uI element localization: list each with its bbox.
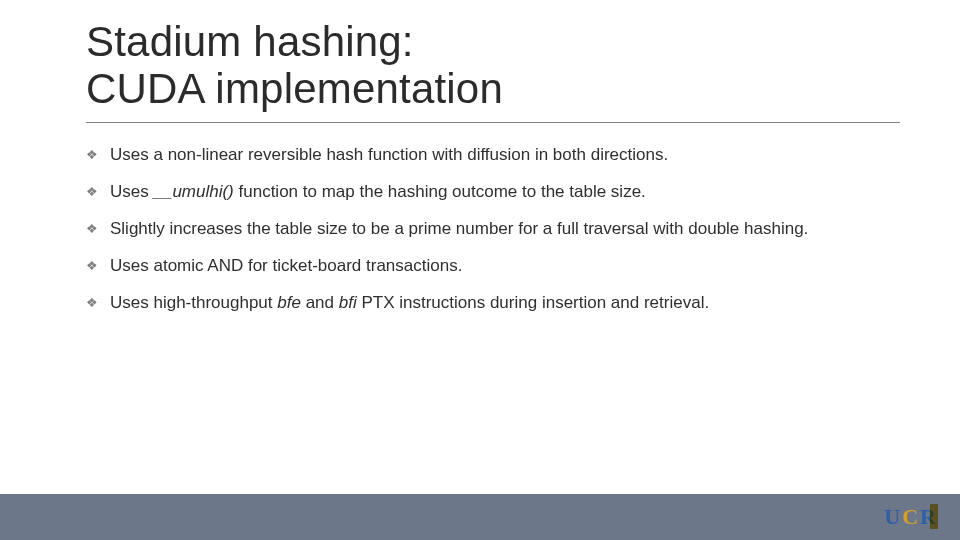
footer-bar: UCR [0, 494, 960, 540]
bullet-text: Uses atomic AND for ticket-board transac… [110, 255, 920, 278]
diamond-bullet-icon: ❖ [86, 257, 104, 275]
text-run: and [301, 293, 339, 312]
bullet-text: Uses __umulhi() function to map the hash… [110, 181, 920, 204]
bullet-text: Slightly increases the table size to be … [110, 218, 920, 241]
title-line-1: Stadium hashing: [86, 18, 414, 65]
ucr-logo: UCR [884, 504, 938, 530]
title-line-2: CUDA implementation [86, 65, 503, 112]
title-underline [86, 122, 900, 123]
text-run-italic: bfi [339, 293, 357, 312]
logo-letter-r: R [920, 504, 938, 529]
bullet-item: ❖ Uses __umulhi() function to map the ha… [86, 181, 920, 204]
bullet-text: Uses a non-linear reversible hash functi… [110, 144, 920, 167]
text-run-italic: __umulhi() [153, 182, 233, 201]
text-run: function to map the hashing outcome to t… [234, 182, 646, 201]
text-run: Slightly increases the table size to be … [110, 219, 808, 238]
bullet-item: ❖ Uses high-throughput bfe and bfi PTX i… [86, 292, 920, 315]
text-run: Uses [110, 182, 153, 201]
diamond-bullet-icon: ❖ [86, 146, 104, 164]
logo-letter-u: U [884, 504, 902, 529]
text-run-italic: bfe [277, 293, 301, 312]
slide-title: Stadium hashing: CUDA implementation [86, 18, 900, 112]
diamond-bullet-icon: ❖ [86, 220, 104, 238]
bullet-item: ❖ Uses a non-linear reversible hash func… [86, 144, 920, 167]
text-run: Uses high-throughput [110, 293, 277, 312]
diamond-bullet-icon: ❖ [86, 294, 104, 312]
content-area: ❖ Uses a non-linear reversible hash func… [86, 144, 920, 329]
bullet-text: Uses high-throughput bfe and bfi PTX ins… [110, 292, 920, 315]
text-run: PTX instructions during insertion and re… [357, 293, 709, 312]
bullet-item: ❖ Uses atomic AND for ticket-board trans… [86, 255, 920, 278]
text-run: Uses a non-linear reversible hash functi… [110, 145, 668, 164]
title-block: Stadium hashing: CUDA implementation [86, 18, 900, 123]
bullet-item: ❖ Slightly increases the table size to b… [86, 218, 920, 241]
logo-letter-c: C [902, 504, 920, 529]
diamond-bullet-icon: ❖ [86, 183, 104, 201]
text-run: Uses atomic AND for ticket-board transac… [110, 256, 462, 275]
slide: Stadium hashing: CUDA implementation ❖ U… [0, 0, 960, 540]
